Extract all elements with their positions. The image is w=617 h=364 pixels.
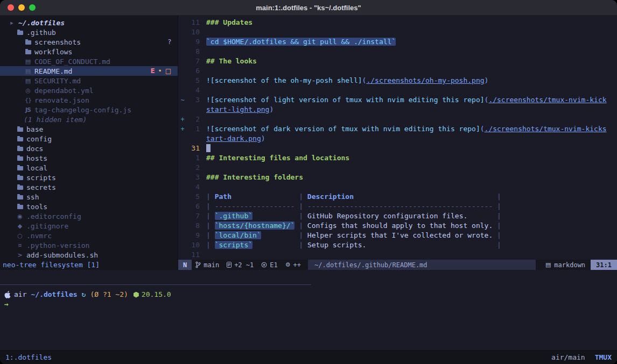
editor-line[interactable]: 3### Interesting folders xyxy=(178,173,617,182)
editor-line-wrap[interactable]: start-light.png) xyxy=(178,105,617,115)
gutter-sign: + xyxy=(178,115,187,124)
editor-line[interactable]: 11 xyxy=(178,250,617,260)
status-line: N main +2 ~1 E1 ⚙ ++ ~/.dotfiles/.git xyxy=(178,260,617,270)
tree-item-config[interactable]: config xyxy=(0,134,178,144)
tree-item-docs[interactable]: docs xyxy=(0,144,178,153)
tree-item-security-md[interactable]: ▤SECURITY.md xyxy=(0,76,178,85)
python-icon: ¤ xyxy=(16,242,24,249)
status-badge: ? xyxy=(168,38,171,46)
folder-icon xyxy=(16,136,24,141)
editor-line[interactable]: 8 xyxy=(178,47,617,56)
editor-line[interactable]: 6 xyxy=(178,66,617,76)
tmux-right-status: air/main TMUX xyxy=(551,353,612,361)
tree-item-gitignore[interactable]: ◆.gitignore xyxy=(0,221,178,231)
line-number: 10 xyxy=(187,240,200,250)
editor-line[interactable]: 5![screenshot of the oh-my-posh shell](.… xyxy=(178,76,617,85)
editor-text: start-light.png) xyxy=(206,105,274,115)
prompt-host: air xyxy=(14,290,26,299)
tree-item-add-submodules-sh[interactable]: >add-submodules.sh xyxy=(0,250,178,260)
file-path: ~/.dotfiles/.github/README.md xyxy=(308,260,536,270)
editor-text: ## The looks xyxy=(206,56,257,66)
terminal-pane[interactable]: air ~/.dotfiles ↻ (Ø ?1 ~2) 20.15.0 → xyxy=(0,285,617,309)
tree-item-secrets[interactable]: secrets xyxy=(0,182,178,192)
editor-line[interactable]: 1## Interesting files and locations xyxy=(178,153,617,163)
git-branch-segment: main xyxy=(192,261,223,269)
tree-item-1-hidden-item[interactable]: (1 hidden item) xyxy=(0,115,178,124)
editor-line[interactable]: 4 xyxy=(178,85,617,95)
tree-item-label: dependabot.yml xyxy=(34,87,94,95)
editor-line[interactable]: 2 xyxy=(178,163,617,173)
zoom-button[interactable] xyxy=(29,4,36,11)
tree-item-code-of-conduct-md[interactable]: ▤CODE_OF_CONDUCT.md xyxy=(0,56,178,66)
tree-item-label: docs xyxy=(26,145,43,153)
folder-icon xyxy=(16,184,24,190)
tree-item-workflows[interactable]: workflows xyxy=(0,47,178,56)
tree-item-dotfiles[interactable]: ▸~/.dotfiles xyxy=(0,18,178,27)
editor-line[interactable]: +1![screenshot of dark version of tmux w… xyxy=(178,124,617,134)
editor-line[interactable]: 8| `hosts/{hostname}/` | Configs that sh… xyxy=(178,221,617,231)
diagnostics-label: E1 xyxy=(270,261,277,269)
line-number: 1 xyxy=(187,153,200,163)
editor-line[interactable]: 4 xyxy=(178,182,617,192)
tree-item-local[interactable]: local xyxy=(0,163,178,173)
line-number: 1 xyxy=(187,124,200,134)
tree-item-nvmrc[interactable]: ○.nvmrc xyxy=(0,231,178,240)
shell-input-line[interactable]: → xyxy=(4,299,613,309)
editor-line[interactable]: 11### Updates xyxy=(178,18,617,27)
editor-line[interactable]: 9`cd $HOME/.dotfiles && git pull && ./in… xyxy=(178,37,617,47)
tree-item-ssh[interactable]: ssh xyxy=(0,192,178,202)
editor-line[interactable]: 7| `.github` | GitHub Repository configu… xyxy=(178,211,617,221)
tree-item-label: CODE_OF_CONDUCT.md xyxy=(34,58,110,66)
js-icon: JS xyxy=(24,106,32,113)
editor-line[interactable]: 31 xyxy=(178,144,617,153)
tmux-badge: TMUX xyxy=(595,353,612,361)
editor-line[interactable]: 7## The looks xyxy=(178,56,617,66)
tree-item-editorconfig[interactable]: ◉.editorconfig xyxy=(0,211,178,221)
git-status-badges: ? xyxy=(168,38,171,46)
line-number: 5 xyxy=(187,76,200,85)
tree-item-github[interactable]: .github xyxy=(0,27,178,37)
editor-line[interactable]: 9| `local/bin` | Helper scripts that I'v… xyxy=(178,231,617,240)
editor-line[interactable]: 10 xyxy=(178,27,617,37)
editor-line[interactable]: 6| ------------------- | ---------------… xyxy=(178,202,617,211)
gutter-sign: ~ xyxy=(178,95,187,105)
tmux-window-item[interactable]: 1:.dotfiles xyxy=(5,353,52,361)
tree-item-hosts[interactable]: hosts xyxy=(0,153,178,163)
git-diff-label: +2 ~1 xyxy=(234,261,254,269)
tree-item-renovate-json[interactable]: {}renovate.json xyxy=(0,95,178,105)
tree-item-screenshots[interactable]: screenshots? xyxy=(0,37,178,47)
status-badge: • xyxy=(158,67,162,75)
editor-line[interactable]: ~3![screenshot of light version of tmux … xyxy=(178,95,617,105)
tree-item-label: workflows xyxy=(34,48,72,56)
tree-item-tag-changelog-config-js[interactable]: JStag-changelog-config.js xyxy=(0,105,178,115)
close-button[interactable] xyxy=(8,4,14,11)
mode-indicator: N xyxy=(178,260,192,270)
tree-item-label: .editorconfig xyxy=(26,212,81,220)
tree-item-label: screenshots xyxy=(34,38,81,46)
tree-item-readme-md[interactable]: ▤README.mdE•□ xyxy=(0,66,178,76)
editor-text: ![screenshot of light version of tmux wi… xyxy=(206,95,607,105)
tree-item-python-version[interactable]: ¤.python-version xyxy=(0,240,178,250)
window-title: main:1:.dotfiles - "ks~/.dotfiles" xyxy=(0,4,617,12)
markdown-icon: ▤ xyxy=(545,261,551,268)
lower-region: air ~/.dotfiles ↻ (Ø ?1 ~2) 20.15.0 → 1:… xyxy=(0,270,617,364)
folder-icon xyxy=(16,146,24,151)
editor-buffer[interactable]: 11### Updates 10 9`cd $HOME/.dotfiles &&… xyxy=(178,18,617,260)
line-number: 9 xyxy=(187,231,200,240)
tree-item-scripts[interactable]: scripts xyxy=(0,173,178,182)
folder-icon xyxy=(24,49,32,54)
minimize-button[interactable] xyxy=(18,4,25,11)
editor-line[interactable]: +2 xyxy=(178,115,617,124)
folder-icon xyxy=(16,165,24,170)
editor-text: | `local/bin` | Helper scripts that I've… xyxy=(206,231,501,240)
tree-item-base[interactable]: base xyxy=(0,124,178,134)
cursor-position: 31:1 xyxy=(591,260,617,270)
editor-line-wrap[interactable]: tart-dark.png) xyxy=(178,134,617,144)
tree-item-tools[interactable]: tools xyxy=(0,202,178,211)
editor-text: ![screenshot of dark version of tmux wit… xyxy=(206,124,607,134)
tree-item-dependabot-yml[interactable]: ◎dependabot.yml xyxy=(0,85,178,95)
editor-line[interactable]: 10| `scripts` | Setup scripts. | xyxy=(178,240,617,250)
line-number: 6 xyxy=(187,66,200,76)
line-number: 2 xyxy=(187,115,200,124)
editor-line[interactable]: 5| Path | Description | xyxy=(178,192,617,202)
